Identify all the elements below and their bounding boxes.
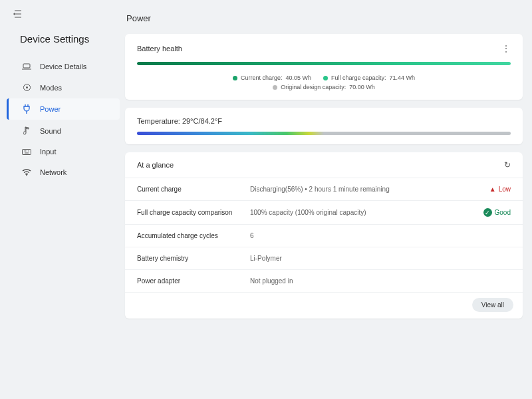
wifi-icon — [21, 169, 32, 176]
glance-row-chemistry: Battery chemistry Li-Polymer — [125, 247, 523, 269]
sidebar-item-device-details[interactable]: Device Details — [7, 57, 120, 76]
dot-icon — [323, 76, 328, 80]
page-title: Power — [125, 12, 523, 26]
at-a-glance-card: At a glance ↻ Current charge Discharging… — [125, 152, 523, 319]
sidebar-toggle[interactable] — [11, 7, 25, 21]
sidebar-item-sound[interactable]: Sound — [7, 120, 120, 141]
warning-icon: ▲ — [489, 186, 496, 193]
sidebar-item-network[interactable]: Network — [7, 162, 120, 182]
sidebar-item-input[interactable]: Input — [7, 142, 120, 162]
battery-legend: Current charge: 40.05 Wh Full charge cap… — [137, 74, 511, 90]
sidebar-item-label: Network — [40, 168, 66, 176]
dot-icon — [273, 85, 277, 90]
plug-icon — [21, 104, 32, 114]
refresh-icon[interactable]: ↻ — [504, 160, 511, 170]
sidebar-item-power[interactable]: Power — [7, 98, 120, 120]
svg-point-2 — [26, 86, 28, 88]
sidebar-item-modes[interactable]: Modes — [7, 77, 120, 98]
note-icon — [21, 126, 32, 135]
svg-rect-0 — [23, 64, 30, 68]
nav-list: Device Details Modes Power Sound Input N… — [7, 57, 120, 182]
glance-row-cycles: Accumulated charge cycles 6 — [125, 224, 523, 247]
glance-title: At a glance — [137, 161, 174, 169]
legend-full-capacity: Full charge capacity: 71.44 Wh — [323, 74, 415, 81]
sidebar-item-label: Power — [40, 105, 61, 113]
target-icon — [21, 83, 32, 92]
laptop-icon — [21, 63, 32, 70]
sidebar-item-label: Input — [40, 148, 56, 156]
svg-point-4 — [26, 174, 27, 176]
legend-design-capacity: Original design capacity: 70.00 Wh — [273, 84, 375, 90]
glance-row-capacity: Full charge capacity comparison 100% cap… — [125, 200, 523, 224]
more-icon[interactable]: ⋮ — [501, 43, 511, 54]
sidebar-title: Device Settings — [7, 33, 120, 57]
check-icon: ✓ — [483, 208, 492, 217]
main-content: Power Battery health ⋮ Current charge: 4… — [120, 0, 532, 399]
sidebar-item-label: Device Details — [40, 63, 86, 70]
sidebar: Device Settings Device Details Modes Pow… — [0, 0, 120, 399]
dot-icon — [233, 76, 237, 80]
temperature-label: Temperature: 29°C/84.2°F — [137, 117, 511, 125]
temperature-bar — [137, 132, 511, 135]
battery-health-card: Battery health ⋮ Current charge: 40.05 W… — [125, 34, 523, 100]
glance-row-adapter: Power adapter Not plugged in — [125, 269, 523, 292]
temperature-card: Temperature: 29°C/84.2°F — [125, 108, 523, 144]
sidebar-item-label: Modes — [40, 84, 62, 92]
sidebar-item-label: Sound — [40, 127, 61, 135]
svg-rect-3 — [23, 149, 31, 154]
keyboard-icon — [21, 149, 32, 155]
battery-health-bar — [137, 62, 511, 65]
glance-row-current-charge: Current charge Discharging(56%) • 2 hour… — [125, 178, 523, 200]
status-badge-low: ▲ Low — [489, 186, 511, 193]
battery-health-title: Battery health — [137, 45, 182, 53]
legend-current-charge: Current charge: 40.05 Wh — [233, 74, 311, 81]
glance-footer: View all — [125, 292, 523, 319]
view-all-button[interactable]: View all — [472, 298, 513, 312]
status-badge-good: ✓ Good — [483, 208, 511, 217]
